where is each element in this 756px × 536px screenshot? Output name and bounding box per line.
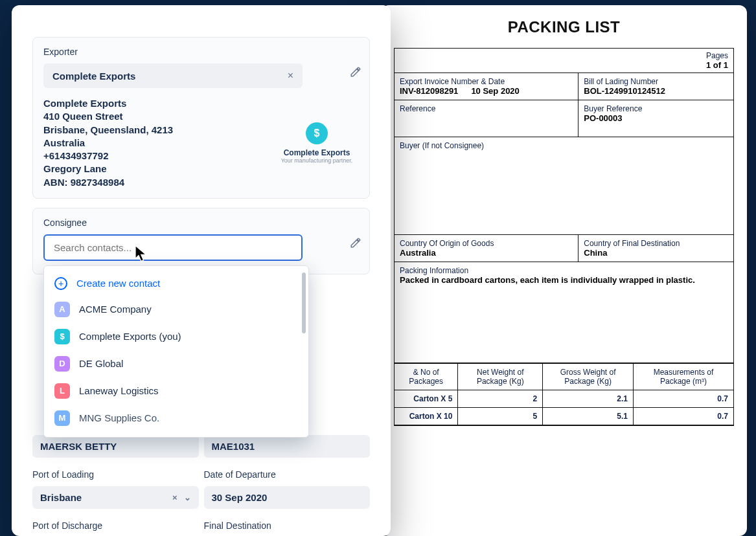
final-destination-label: Final Destination — [204, 515, 371, 536]
buyer-cell: Buyer (If not Consignee) — [395, 137, 733, 234]
shipping-section: MAERSK BETTY MAE1031 Port of Loading Bri… — [25, 435, 378, 536]
th-packages: & No of Packages — [395, 364, 458, 390]
th-gross: Gross Weight of Package (Kg) — [543, 364, 634, 390]
exporter-select[interactable]: Complete Exports × — [43, 63, 303, 88]
form-panel: Exporter Complete Exports × Complete Exp… — [12, 5, 391, 536]
destination-cell: Country of Final Destination China — [578, 235, 733, 262]
chevron-down-icon[interactable]: ⌄ — [184, 493, 191, 502]
contact-avatar: D — [54, 356, 70, 372]
document-preview: PACKING LIST Pages 1 of 1 Export Invoice… — [381, 5, 747, 536]
contact-avatar: A — [54, 302, 70, 317]
exporter-card: Exporter Complete Exports × Complete Exp… — [32, 37, 370, 199]
contact-avatar: $ — [54, 329, 70, 344]
table-row: Carton X 10 5 5.1 0.7 — [395, 408, 733, 425]
reference-cell: Reference — [395, 100, 578, 137]
port-loading-field[interactable]: Brisbane ×⌄ — [32, 486, 199, 509]
vessel-field[interactable]: MAERSK BETTY — [32, 435, 199, 458]
exporter-address: Complete Exports 410 Queen Street Brisba… — [43, 97, 173, 189]
packages-table: & No of Packages Net Weight of Package (… — [395, 363, 733, 425]
consignee-label: Consignee — [43, 218, 359, 228]
contact-option[interactable]: $ Complete Exports (you) — [44, 323, 308, 350]
create-contact-item[interactable]: + Create new contact — [44, 271, 308, 296]
contact-option[interactable]: A ACME Company — [44, 296, 308, 323]
edit-icon[interactable] — [350, 66, 361, 80]
clear-icon[interactable]: × — [288, 70, 293, 82]
consignee-card: Consignee + Create new contact A ACME Co… — [32, 208, 370, 274]
bol-cell: Bill of Lading Number BOL-1249910124512 — [578, 73, 733, 100]
buyer-ref-cell: Buyer Reference PO-00003 — [578, 100, 733, 137]
exporter-logo: $ Complete Exports Your manufacturing pa… — [275, 122, 359, 164]
port-loading-label: Port of Loading — [32, 464, 199, 486]
contact-dropdown: + Create new contact A ACME Company $ Co… — [43, 265, 309, 438]
plus-icon: + — [54, 277, 67, 290]
contact-option[interactable]: L Laneway Logistics — [44, 377, 308, 405]
packing-info-cell: Packing Information Packed in cardboard … — [395, 262, 733, 363]
clear-icon[interactable]: × — [172, 493, 178, 502]
scrollbar[interactable] — [302, 273, 306, 333]
contact-avatar: M — [54, 410, 70, 426]
document-title: PACKING LIST — [394, 18, 734, 36]
pages-cell: Pages 1 of 1 — [395, 49, 733, 73]
th-meas: Measurements of Package (m³) — [634, 364, 733, 390]
contact-option[interactable]: D DE Global — [44, 350, 308, 377]
date-departure-field[interactable]: 30 Sep 2020 — [204, 486, 371, 509]
th-net: Net Weight of Package (Kg) — [458, 364, 543, 390]
contact-option[interactable]: M MNG Supplies Co. — [44, 405, 308, 432]
invoice-cell: Export Invoice Number & Date INV-8120982… — [395, 73, 578, 100]
logo-icon: $ — [306, 122, 328, 144]
date-departure-label: Date of Departure — [204, 464, 371, 486]
exporter-value: Complete Exports — [52, 71, 135, 82]
origin-cell: Country Of Origin of Goods Australia — [395, 235, 578, 262]
table-row: Carton X 5 2 2.1 0.7 — [395, 390, 733, 408]
consignee-search-input[interactable] — [43, 234, 303, 261]
port-discharge-label: Port of Discharge — [32, 515, 199, 536]
contact-avatar: L — [54, 383, 70, 399]
cursor-icon — [133, 244, 150, 266]
voyage-field[interactable]: MAE1031 — [204, 435, 371, 458]
edit-icon[interactable] — [350, 237, 361, 251]
exporter-label: Exporter — [43, 47, 359, 57]
